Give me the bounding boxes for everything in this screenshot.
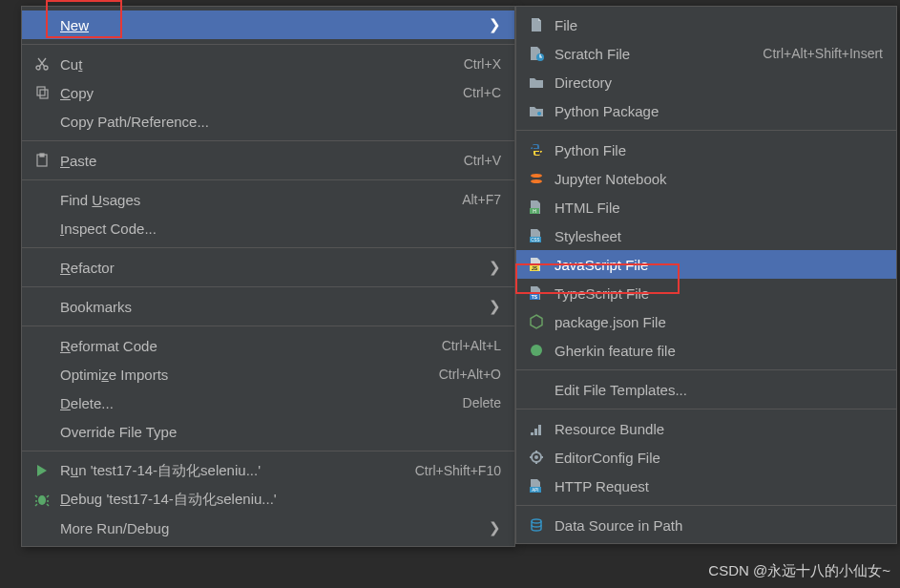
menu-label: Refactor bbox=[60, 260, 481, 276]
menu-label: New bbox=[60, 17, 481, 33]
svg-line-9 bbox=[35, 495, 37, 497]
menu-delete[interactable]: Delete... Delete bbox=[22, 388, 514, 417]
menu-new[interactable]: New ❯ bbox=[22, 10, 514, 39]
svg-text:CSS: CSS bbox=[531, 238, 539, 242]
svg-point-32 bbox=[534, 455, 538, 459]
menu-resource-bundle[interactable]: Resource Bundle bbox=[516, 414, 896, 443]
cut-icon bbox=[31, 55, 52, 73]
separator bbox=[22, 326, 514, 326]
menu-file[interactable]: File bbox=[516, 10, 896, 39]
svg-line-14 bbox=[47, 504, 49, 506]
shortcut: Ctrl+V bbox=[464, 153, 501, 168]
menu-gherkin[interactable]: Gherkin feature file bbox=[516, 336, 896, 365]
svg-text:JS: JS bbox=[532, 265, 538, 271]
menu-python-package[interactable]: Python Package bbox=[516, 96, 896, 125]
menu-data-source[interactable]: Data Source in Path bbox=[516, 511, 896, 539]
menu-inspect[interactable]: Inspect Code... bbox=[22, 214, 514, 242]
menu-label: Copy Path/Reference... bbox=[60, 114, 501, 130]
svg-rect-5 bbox=[40, 90, 48, 98]
svg-text:TS: TS bbox=[532, 294, 538, 300]
svg-point-39 bbox=[532, 519, 541, 523]
menu-python-file[interactable]: Python File bbox=[516, 136, 896, 164]
blank-icon bbox=[31, 519, 52, 536]
separator bbox=[516, 505, 896, 506]
menu-copy-path[interactable]: Copy Path/Reference... bbox=[22, 107, 514, 136]
menu-label: Delete... bbox=[60, 395, 451, 411]
menu-override[interactable]: Override File Type bbox=[22, 417, 514, 446]
shortcut: Ctrl+Alt+L bbox=[442, 338, 501, 353]
svg-rect-29 bbox=[534, 429, 537, 435]
menu-edit-templates[interactable]: Edit File Templates... bbox=[516, 375, 896, 404]
menu-label: HTTP Request bbox=[555, 478, 883, 494]
svg-point-27 bbox=[531, 345, 542, 356]
menu-directory[interactable]: Directory bbox=[516, 68, 896, 96]
shortcut: Alt+F7 bbox=[462, 192, 501, 207]
blank-icon bbox=[31, 366, 52, 383]
menu-label: JavaScript File bbox=[555, 257, 883, 273]
menu-label: Bookmarks bbox=[60, 299, 481, 315]
blank-icon bbox=[31, 220, 52, 237]
chevron-right-icon: ❯ bbox=[489, 298, 501, 315]
menu-find-usages[interactable]: Find Usages Alt+F7 bbox=[22, 185, 514, 214]
menu-refactor[interactable]: Refactor ❯ bbox=[22, 253, 514, 282]
copy-icon bbox=[31, 84, 52, 101]
menu-label: Stylesheet bbox=[555, 228, 883, 244]
debug-icon bbox=[31, 491, 52, 508]
menu-run[interactable]: Run 'test17-14-自动化seleniu...' Ctrl+Shift… bbox=[22, 456, 514, 485]
menu-html-file[interactable]: H HTML File bbox=[516, 193, 896, 221]
file-icon bbox=[526, 16, 547, 33]
menu-label: File bbox=[555, 17, 883, 33]
scratch-file-icon bbox=[526, 45, 547, 62]
menu-bookmarks[interactable]: Bookmarks ❯ bbox=[22, 292, 514, 321]
menu-label: Edit File Templates... bbox=[555, 382, 883, 398]
menu-label: Reformat Code bbox=[60, 338, 430, 354]
menu-http-request[interactable]: API HTTP Request bbox=[516, 472, 896, 500]
separator bbox=[22, 44, 514, 45]
blank-icon bbox=[526, 381, 547, 398]
menu-label: Jupyter Notebook bbox=[555, 171, 883, 187]
svg-point-17 bbox=[531, 174, 542, 178]
svg-rect-4 bbox=[37, 87, 45, 95]
menu-package-json[interactable]: package.json File bbox=[516, 307, 896, 336]
blank-icon bbox=[31, 113, 52, 130]
menu-debug[interactable]: Debug 'test17-14-自动化seleniu...' bbox=[22, 485, 514, 514]
svg-point-16 bbox=[537, 112, 541, 116]
menu-more-run[interactable]: More Run/Debug ❯ bbox=[22, 514, 514, 542]
menu-reformat[interactable]: Reformat Code Ctrl+Alt+L bbox=[22, 331, 514, 360]
menu-scratch[interactable]: Scratch File Ctrl+Alt+Shift+Insert bbox=[516, 39, 896, 68]
svg-text:API: API bbox=[532, 488, 538, 493]
separator bbox=[516, 130, 896, 131]
menu-typescript-file[interactable]: TS TypeScript File bbox=[516, 279, 896, 307]
nodejs-icon bbox=[526, 313, 547, 330]
blank-icon bbox=[31, 337, 52, 354]
separator bbox=[516, 369, 896, 370]
menu-label: Python Package bbox=[555, 103, 883, 119]
menu-label: Directory bbox=[555, 74, 883, 91]
menu-copy[interactable]: Copy Ctrl+C bbox=[22, 78, 514, 107]
blank-icon bbox=[31, 16, 52, 33]
chevron-right-icon: ❯ bbox=[489, 16, 501, 33]
menu-paste[interactable]: Paste Ctrl+V bbox=[22, 146, 514, 175]
menu-label: Run 'test17-14-自动化seleniu...' bbox=[60, 462, 404, 480]
ts-icon: TS bbox=[526, 284, 547, 302]
separator bbox=[22, 247, 514, 248]
python-icon bbox=[526, 141, 547, 158]
menu-label: Optimize Imports bbox=[60, 367, 428, 383]
svg-rect-7 bbox=[40, 154, 44, 157]
resource-icon bbox=[526, 420, 547, 437]
menu-cut[interactable]: Cut Ctrl+X bbox=[22, 50, 514, 78]
menu-editorconfig[interactable]: EditorConfig File bbox=[516, 443, 896, 472]
svg-rect-30 bbox=[538, 425, 541, 435]
blank-icon bbox=[31, 423, 52, 440]
menu-label: TypeScript File bbox=[555, 285, 883, 302]
menu-stylesheet[interactable]: CSS Stylesheet bbox=[516, 221, 896, 250]
html-icon: H bbox=[526, 199, 547, 216]
submenu-new: File Scratch File Ctrl+Alt+Shift+Insert … bbox=[515, 6, 897, 544]
menu-label: Debug 'test17-14-自动化seleniu...' bbox=[60, 491, 501, 509]
svg-point-1 bbox=[44, 66, 48, 70]
menu-jupyter[interactable]: Jupyter Notebook bbox=[516, 164, 896, 193]
menu-javascript-file[interactable]: JS JavaScript File bbox=[516, 250, 896, 279]
svg-point-0 bbox=[36, 66, 40, 70]
menu-label: Copy bbox=[60, 85, 451, 101]
menu-optimize[interactable]: Optimize Imports Ctrl+Alt+O bbox=[22, 360, 514, 388]
